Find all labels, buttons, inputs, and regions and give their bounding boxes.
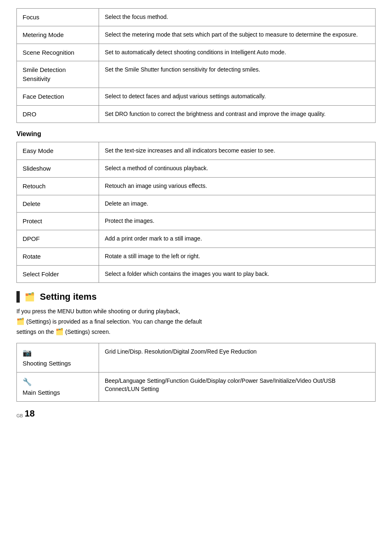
table-row: Face Detection Select to detect faces an… <box>17 88 376 105</box>
row-label: Delete <box>17 195 99 213</box>
row-label: Focus <box>17 9 99 26</box>
row-label: 📷 Shooting Settings <box>17 343 99 372</box>
row-icon: 📷 <box>23 347 32 358</box>
row-label: DPOF <box>17 230 99 248</box>
row-description: Select to detect faces and adjust variou… <box>99 88 376 105</box>
viewing-heading: Viewing <box>16 130 376 138</box>
row-label: DRO <box>17 105 99 123</box>
row-label: Face Detection <box>17 88 99 105</box>
row-label: Protect <box>17 213 99 230</box>
accent-bar <box>16 291 20 303</box>
row-label: Slideshow <box>17 160 99 178</box>
row-description: Retouch an image using various effects. <box>99 177 376 195</box>
table-row: Smile DetectionSensitivity Set the Smile… <box>17 61 376 88</box>
settings-heading-text: Setting items <box>40 292 97 302</box>
row-label: Select Folder <box>17 265 99 283</box>
table-row: Retouch Retouch an image using various e… <box>17 177 376 195</box>
table-row: DPOF Add a print order mark to a still i… <box>17 230 376 248</box>
intro-line2: (Settings) is provided as a final select… <box>26 318 202 325</box>
table-row: Rotate Rotate a still image to the left … <box>17 248 376 265</box>
table-row: Metering Mode Select the metering mode t… <box>17 26 376 44</box>
shooting-table: Focus Select the focus method. Metering … <box>16 8 376 123</box>
row-description: Rotate a still image to the left or righ… <box>99 248 376 265</box>
table-row: Slideshow Select a method of continuous … <box>17 160 376 178</box>
row-description: Set the text-size increases and all indi… <box>99 142 376 160</box>
table-row: Protect Protect the images. <box>17 213 376 230</box>
row-description: Add a print order mark to a still image. <box>99 230 376 248</box>
row-description: Beep/Language Setting/Function Guide/Dis… <box>99 372 376 401</box>
settings-table: 📷 Shooting Settings Grid Line/Disp. Reso… <box>16 343 376 402</box>
table-row: 📷 Shooting Settings Grid Line/Disp. Reso… <box>17 343 376 372</box>
intro-line1: If you press the MENU button while shoot… <box>16 308 180 315</box>
intro-line3: settings on the <box>16 329 54 335</box>
row-description: Grid Line/Disp. Resolution/Digital Zoom/… <box>99 343 376 372</box>
row-label: 🔧 Main Settings <box>17 372 99 401</box>
settings-icon-inline2: 🗂️ <box>55 328 64 335</box>
row-description: Select a method of continuous playback. <box>99 160 376 178</box>
row-label: Scene Recognition <box>17 44 99 61</box>
intro-line3b: (Settings) screen. <box>65 329 111 335</box>
row-description: Protect the images. <box>99 213 376 230</box>
table-row: Easy Mode Set the text-size increases an… <box>17 142 376 160</box>
viewing-table: Easy Mode Set the text-size increases an… <box>16 142 376 283</box>
table-row: Scene Recognition Set to automatically d… <box>17 44 376 61</box>
row-description: Set the Smile Shutter function sensitivi… <box>99 61 376 88</box>
table-row: Delete Delete an image. <box>17 195 376 213</box>
settings-icon-inline1: 🗂️ <box>16 318 25 325</box>
settings-icon: 🗂️ <box>25 292 35 302</box>
settings-heading: 🗂️ Setting items <box>16 291 376 303</box>
row-description: Select the focus method. <box>99 9 376 26</box>
row-label: Metering Mode <box>17 26 99 44</box>
row-description: Set DRO function to correct the brightne… <box>99 105 376 123</box>
row-label: Retouch <box>17 177 99 195</box>
row-description: Select the metering mode that sets which… <box>99 26 376 44</box>
row-label: Rotate <box>17 248 99 265</box>
row-label: Smile DetectionSensitivity <box>17 61 99 88</box>
row-label: Easy Mode <box>17 142 99 160</box>
region-label: GB <box>16 413 23 418</box>
table-row: DRO Set DRO function to correct the brig… <box>17 105 376 123</box>
page-footer: GB 18 <box>16 409 376 418</box>
row-label-text: Main Settings <box>23 388 60 397</box>
table-row: Focus Select the focus method. <box>17 9 376 26</box>
row-description: Delete an image. <box>99 195 376 213</box>
settings-intro: If you press the MENU button while shoot… <box>16 307 376 337</box>
row-icon: 🔧 <box>23 377 32 387</box>
row-description: Set to automatically detect shooting con… <box>99 44 376 61</box>
table-row: Select Folder Select a folder which cont… <box>17 265 376 283</box>
row-label-text: Shooting Settings <box>23 359 71 368</box>
table-row: 🔧 Main Settings Beep/Language Setting/Fu… <box>17 372 376 401</box>
page-number: 18 <box>25 409 35 418</box>
row-description: Select a folder which contains the image… <box>99 265 376 283</box>
